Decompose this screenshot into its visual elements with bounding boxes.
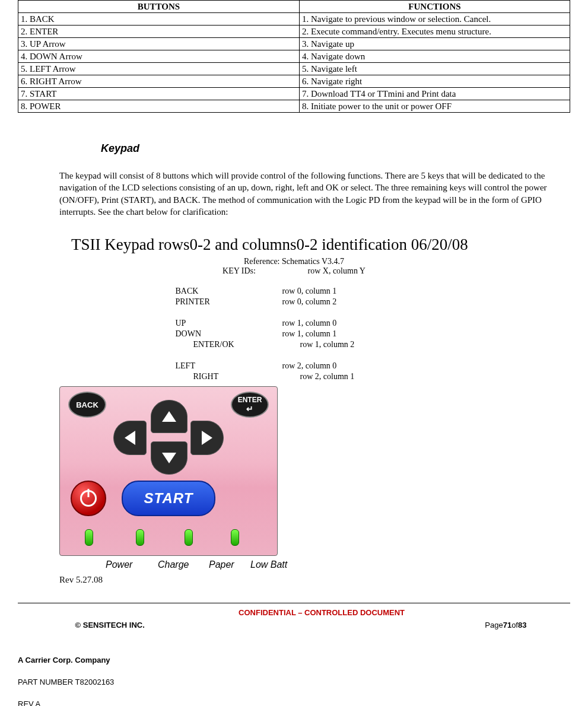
table-row: 6. RIGHT Arrow6. Navigate right (18, 75, 570, 88)
footer-subcompany: A Carrier Corp. Company (18, 656, 570, 664)
ind-power: Power (106, 559, 158, 570)
reference-line: Reference: Schematics V3.4.7 (18, 257, 570, 266)
footer-page: Page 71 of 83 (441, 608, 570, 641)
cell-button: 1. BACK (18, 13, 300, 26)
keyids-value: row X, column Y (308, 266, 365, 275)
table-row: 7. START7. Download TT4 or TTmini and Pr… (18, 88, 570, 100)
th-buttons: BUTTONS (18, 1, 300, 13)
back-button-graphic: BACK (68, 392, 106, 418)
revision-date: Rev 5.27.08 (59, 575, 570, 585)
footer-rev: REV A (18, 699, 570, 706)
footer-company: © SENSITECH INC. (18, 608, 202, 641)
cell-button: 8. POWER (18, 100, 300, 113)
table-row: 3. UP Arrow3. Navigate up (18, 38, 570, 50)
keymap-row: PRINTERrow 0, column 2 (146, 297, 443, 307)
keymap-row: LEFTrow 2, column 0 (146, 361, 443, 371)
cell-button: 4. DOWN Arrow (18, 50, 300, 63)
enter-button-graphic: ENTER ↵ (231, 392, 269, 418)
footer-meta: A Carrier Corp. Company PART NUMBER T820… (18, 656, 570, 706)
power-button-graphic (71, 481, 106, 516)
keymap-pos: row 1, column 2 (300, 340, 443, 349)
led-charge (136, 529, 144, 546)
cell-button: 6. RIGHT Arrow (18, 75, 300, 88)
footer-confidential: CONFIDENTIAL – CONTROLLED DOCUMENT (202, 608, 441, 641)
ind-paper: Paper (209, 559, 250, 570)
cell-function: 6. Navigate right (300, 75, 570, 88)
keyids-label: KEY IDs: (223, 266, 306, 276)
ind-lowbatt: Low Batt (250, 559, 287, 570)
keymap-name: RIGHT (146, 372, 300, 381)
led-paper (185, 529, 193, 546)
keymap-name: UP (146, 319, 282, 328)
keymap-pos: row 2, column 0 (282, 361, 443, 371)
keypad-device-image: BACK ENTER ↵ START (59, 386, 278, 556)
indicator-labels: Power Charge Paper Low Batt (106, 559, 570, 570)
keymap-name: DOWN (146, 329, 282, 339)
cell-button: 2. ENTER (18, 26, 300, 38)
footer-partnumber: PART NUMBER T82002163 (18, 678, 570, 686)
keypad-paragraph: The keypad will consist of 8 buttons whi… (59, 170, 552, 218)
right-button-graphic (190, 421, 224, 455)
keymap-name: BACK (146, 287, 282, 296)
keymap-pos: row 0, column 1 (282, 287, 443, 296)
arrow-left-icon (125, 431, 135, 445)
nav-cluster (113, 400, 224, 475)
footer-row: © SENSITECH INC. CONFIDENTIAL – CONTROLL… (18, 608, 570, 641)
cell-function: 5. Navigate left (300, 63, 570, 75)
th-functions: FUNCTIONS (300, 1, 570, 13)
left-button-graphic (113, 421, 147, 455)
keymap-pos: row 1, column 1 (282, 329, 443, 339)
table-row: 8. POWER8. Initiate power to the unit or… (18, 100, 570, 113)
keymap-row: UProw 1, column 0 (146, 319, 443, 328)
keymap-row: RIGHTrow 2, column 1 (146, 372, 443, 381)
start-button-graphic: START (122, 481, 215, 516)
keymap-list: BACKrow 0, column 1PRINTERrow 0, column … (146, 287, 443, 381)
cell-button: 3. UP Arrow (18, 38, 300, 50)
up-button-graphic (151, 400, 187, 433)
cell-function: 7. Download TT4 or TTmini and Print data (300, 88, 570, 100)
arrow-up-icon (162, 411, 176, 422)
keymap-row: BACKrow 0, column 1 (146, 287, 443, 296)
footer-divider (18, 603, 570, 603)
cell-function: 2. Execute command/entry. Executes menu … (300, 26, 570, 38)
ind-charge: Charge (158, 559, 209, 570)
table-row: 1. BACK1. Navigate to previous window or… (18, 13, 570, 26)
table-row: 4. DOWN Arrow4. Navigate down (18, 50, 570, 63)
power-icon (80, 490, 97, 507)
table-row: 5. LEFT Arrow5. Navigate left (18, 63, 570, 75)
led-lowbatt (231, 529, 239, 546)
buttons-functions-table: BUTTONS FUNCTIONS 1. BACK1. Navigate to … (18, 0, 570, 113)
keypad-title: TSII Keypad rows0-2 and columns0-2 ident… (71, 236, 570, 254)
keypad-heading: Keypad (101, 142, 570, 155)
down-button-graphic (151, 441, 187, 475)
arrow-right-icon (202, 431, 212, 445)
keymap-name: PRINTER (146, 297, 282, 307)
keymap-pos: row 0, column 2 (282, 297, 443, 307)
table-row: 2. ENTER2. Execute command/entry. Execut… (18, 26, 570, 38)
keymap-row: DOWNrow 1, column 1 (146, 329, 443, 339)
keymap-pos: row 2, column 1 (300, 372, 443, 381)
keyids-line: KEY IDs: row X, column Y (18, 266, 570, 276)
arrow-down-icon (162, 453, 176, 463)
keymap-name: ENTER/OK (146, 340, 300, 349)
cell-button: 5. LEFT Arrow (18, 63, 300, 75)
led-power (85, 529, 93, 546)
keymap-name: LEFT (146, 361, 282, 371)
cell-function: 1. Navigate to previous window or select… (300, 13, 570, 26)
cell-function: 4. Navigate down (300, 50, 570, 63)
keymap-pos: row 1, column 0 (282, 319, 443, 328)
cell-button: 7. START (18, 88, 300, 100)
cell-function: 8. Initiate power to the unit or power O… (300, 100, 570, 113)
cell-function: 3. Navigate up (300, 38, 570, 50)
keymap-row: ENTER/OKrow 1, column 2 (146, 340, 443, 349)
